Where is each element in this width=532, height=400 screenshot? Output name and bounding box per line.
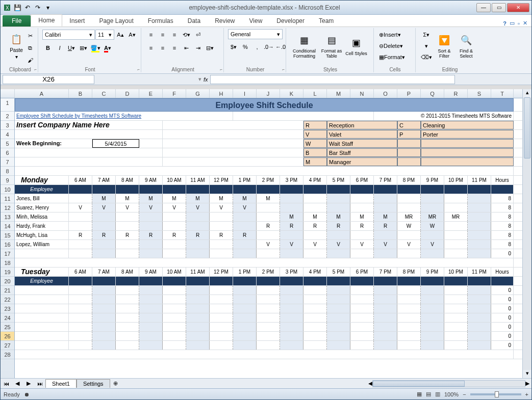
time-hdr[interactable]: 12 PM (210, 176, 233, 184)
shift-cell[interactable] (303, 286, 327, 295)
shift-cell[interactable] (374, 203, 397, 212)
shift-cell[interactable] (163, 240, 186, 249)
zoom-in-icon[interactable]: + (525, 391, 528, 397)
undo-icon[interactable]: ↶ (23, 3, 32, 12)
row-header-13[interactable]: 13 (1, 212, 14, 222)
shift-cell[interactable]: M (350, 212, 374, 221)
row-header-1[interactable]: 1 (1, 98, 14, 112)
shift-cell[interactable] (92, 295, 116, 304)
shift-cell[interactable] (257, 304, 280, 313)
decrease-indent-icon[interactable]: ⇤ (181, 43, 191, 53)
shift-cell[interactable] (421, 295, 444, 304)
legend-label2-3[interactable] (421, 148, 514, 157)
row-header-12[interactable]: 12 (1, 203, 14, 212)
row-header-16[interactable]: 16 (1, 240, 14, 249)
time-hdr[interactable]: 2 PM (257, 268, 280, 276)
week-beginning-label[interactable]: Week Beginning: (15, 139, 92, 148)
col-header-H[interactable]: H (210, 89, 233, 98)
shift-cell[interactable] (468, 231, 491, 239)
autosum-button[interactable]: Σ▾ (420, 30, 433, 40)
time-hdr[interactable]: 3 PM (280, 268, 303, 276)
fill-color-button[interactable]: 🪣▾ (90, 43, 101, 53)
shift-cell[interactable] (186, 295, 210, 304)
shift-cell[interactable] (186, 313, 210, 322)
shift-cell[interactable] (69, 323, 92, 331)
shift-cell[interactable] (116, 341, 139, 350)
format-painter-icon[interactable]: 🖌 (25, 55, 35, 65)
shift-cell[interactable] (468, 212, 491, 221)
shift-cell[interactable] (350, 341, 374, 350)
shift-cell[interactable] (280, 323, 303, 331)
row-header-6[interactable]: 6 (1, 148, 14, 157)
number-launcher-icon[interactable]: ⌐ (282, 67, 285, 72)
shift-cell[interactable]: V (116, 203, 139, 212)
shift-cell[interactable] (374, 332, 397, 340)
col-header-O[interactable]: O (374, 89, 397, 98)
legend-code-0[interactable]: R (303, 121, 327, 129)
employee-name[interactable]: Lopez, William (15, 240, 69, 249)
maximize-button[interactable]: ▭ (492, 3, 506, 12)
legend-code-2[interactable]: W (303, 139, 327, 148)
shift-cell[interactable] (444, 304, 468, 313)
vscroll-thumb[interactable] (524, 97, 530, 158)
row-header-21[interactable]: 21 (1, 286, 14, 295)
row-header-5[interactable]: 5 (1, 139, 14, 148)
shift-cell[interactable]: M (374, 212, 397, 221)
employee-name[interactable]: Suarez, Henry (15, 203, 69, 212)
shift-cell[interactable] (350, 194, 374, 203)
shift-cell[interactable] (350, 249, 374, 258)
shift-cell[interactable] (468, 194, 491, 203)
vertical-scrollbar[interactable]: ▴ ▾ (522, 89, 531, 378)
increase-indent-icon[interactable]: ⇥ (193, 43, 203, 53)
time-hdr[interactable]: 10 AM (163, 268, 186, 276)
hours-cell[interactable]: 0 (491, 286, 514, 295)
tab-file[interactable]: File (3, 15, 31, 26)
shift-cell[interactable]: R (327, 222, 350, 230)
delete-cells-button[interactable]: ⊖ Delete ▾ (378, 41, 414, 51)
shift-cell[interactable]: R (139, 231, 163, 239)
employee-name[interactable]: Hardy, Frank (15, 222, 69, 230)
cell-grid[interactable]: Employee Shift ScheduleEmployee Shift Sc… (15, 98, 522, 378)
time-hdr[interactable]: 7 AM (92, 268, 116, 276)
hours-cell[interactable]: 0 (491, 249, 514, 258)
shift-cell[interactable] (303, 203, 327, 212)
shift-cell[interactable] (92, 222, 116, 230)
shift-cell[interactable] (69, 304, 92, 313)
name-box[interactable] (3, 75, 94, 84)
legend-label-4[interactable]: Manager (327, 157, 397, 166)
shift-cell[interactable] (69, 286, 92, 295)
select-all-corner[interactable] (1, 89, 15, 98)
shift-cell[interactable] (186, 323, 210, 331)
shift-cell[interactable]: M (186, 194, 210, 203)
col-header-E[interactable]: E (139, 89, 163, 98)
restore-window-icon[interactable]: ▫ (518, 20, 520, 26)
shift-cell[interactable] (210, 222, 233, 230)
shift-cell[interactable] (69, 295, 92, 304)
shift-cell[interactable] (303, 313, 327, 322)
col-header-D[interactable]: D (116, 89, 139, 98)
shift-cell[interactable] (116, 222, 139, 230)
shift-cell[interactable]: V (303, 240, 327, 249)
legend-code2-2[interactable] (397, 139, 421, 148)
shift-cell[interactable] (374, 249, 397, 258)
increase-font-icon[interactable]: A▴ (115, 30, 125, 40)
cell-styles-button[interactable]: ▣Cell Styles (345, 29, 368, 63)
shift-cell[interactable] (233, 323, 257, 331)
shift-cell[interactable]: M (163, 194, 186, 203)
time-hdr[interactable]: 4 PM (303, 176, 327, 184)
shift-cell[interactable]: V (280, 240, 303, 249)
tab-view[interactable]: View (242, 15, 270, 26)
shift-cell[interactable] (186, 341, 210, 350)
employee-hdr[interactable]: Employee (15, 185, 69, 194)
shift-cell[interactable] (257, 286, 280, 295)
shift-cell[interactable] (468, 323, 491, 331)
close-button[interactable]: ✕ (507, 3, 529, 12)
shift-cell[interactable] (397, 332, 421, 340)
view-page-layout-icon[interactable]: ▤ (426, 391, 431, 397)
col-header-C[interactable]: C (92, 89, 116, 98)
fx-cancel-icon[interactable]: ▾ (198, 76, 201, 83)
legend-code2-0[interactable]: C (397, 121, 421, 129)
shift-cell[interactable] (69, 332, 92, 340)
row-header-20[interactable]: 20 (1, 277, 14, 286)
shift-cell[interactable] (210, 332, 233, 340)
